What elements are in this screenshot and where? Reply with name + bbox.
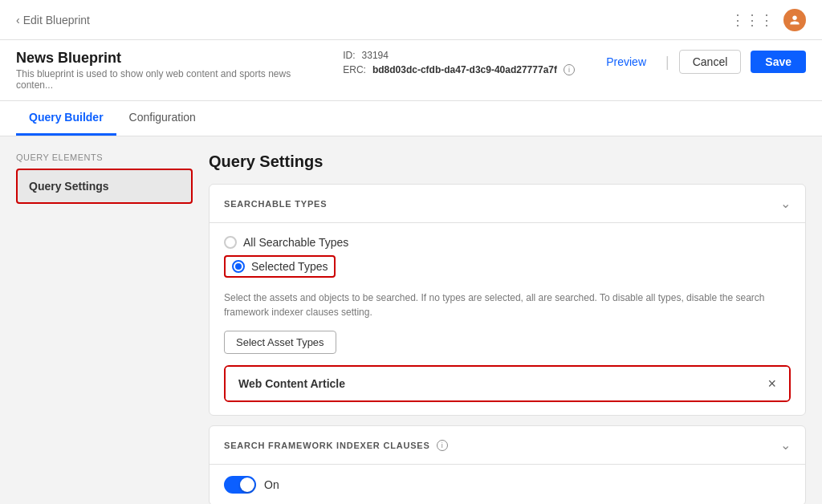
asset-tag-wrapper: Web Content Article × bbox=[224, 365, 791, 402]
grid-icon[interactable]: ⋮⋮⋮ bbox=[730, 11, 774, 29]
top-bar-left: ‹ Edit Blueprint bbox=[16, 14, 90, 26]
header-actions: Preview | Cancel Save bbox=[596, 50, 806, 74]
radio-selected-outer bbox=[232, 260, 245, 273]
main-content: Query Elements Query Settings Query Sett… bbox=[0, 136, 822, 504]
tab-bar: Query Builder Configuration bbox=[0, 101, 822, 136]
select-asset-types-button[interactable]: Select Asset Types bbox=[224, 331, 336, 354]
asset-tag: Web Content Article × bbox=[226, 367, 789, 400]
asset-tag-remove-button[interactable]: × bbox=[767, 376, 776, 391]
id-label: ID: bbox=[343, 50, 355, 61]
radio-all-searchable-types[interactable]: All Searchable Types bbox=[224, 236, 791, 249]
indexer-toggle-row: On bbox=[210, 465, 805, 504]
asset-tag-label: Web Content Article bbox=[238, 377, 345, 390]
erc-row: ERC: bd8d03dc-cfdb-da47-d3c9-40ad27777a7… bbox=[343, 64, 575, 75]
vertical-divider: | bbox=[665, 54, 669, 71]
searchable-types-hint: Select the assets and objects to be sear… bbox=[224, 291, 791, 319]
radio-selected-label: Selected Types bbox=[251, 260, 328, 273]
radio-selected-inner bbox=[235, 263, 242, 270]
indexer-toggle[interactable] bbox=[224, 476, 256, 494]
indexer-clauses-chevron: ⌄ bbox=[780, 437, 791, 453]
top-bar: ‹ Edit Blueprint ⋮⋮⋮ bbox=[0, 0, 822, 40]
indexer-clauses-header-left: SEARCH FRAMEWORK INDEXER CLAUSES i bbox=[224, 440, 448, 451]
indexer-clauses-title: SEARCH FRAMEWORK INDEXER CLAUSES bbox=[224, 441, 430, 450]
erc-value: bd8d03dc-cfdb-da47-d3c9-40ad27777a7f bbox=[372, 64, 557, 75]
erc-info-icon[interactable]: i bbox=[564, 64, 575, 75]
indexer-clauses-card: SEARCH FRAMEWORK INDEXER CLAUSES i ⌄ On bbox=[209, 425, 806, 504]
searchable-types-chevron: ⌄ bbox=[780, 196, 791, 211]
back-label: Edit Blueprint bbox=[23, 14, 90, 26]
tab-configuration[interactable]: Configuration bbox=[116, 101, 209, 136]
searchable-types-body: All Searchable Types Selected Types Sele… bbox=[210, 223, 805, 415]
sidebar-item-label: Query Settings bbox=[29, 180, 109, 193]
blueprint-subtitle: This blueprint is used to show only web … bbox=[16, 68, 321, 91]
tab-query-builder-label: Query Builder bbox=[29, 111, 104, 124]
toggle-on-label: On bbox=[264, 478, 279, 491]
searchable-types-title: SEARCHABLE TYPES bbox=[224, 199, 327, 209]
indexer-clauses-info-icon[interactable]: i bbox=[437, 440, 448, 451]
searchable-types-card: SEARCHABLE TYPES ⌄ All Searchable Types … bbox=[209, 184, 806, 416]
header-meta: ID: 33194 ERC: bd8d03dc-cfdb-da47-d3c9-4… bbox=[343, 50, 575, 75]
indexer-clauses-header[interactable]: SEARCH FRAMEWORK INDEXER CLAUSES i ⌄ bbox=[210, 426, 805, 465]
erc-label: ERC: bbox=[343, 64, 366, 75]
panel-title: Query Settings bbox=[209, 152, 806, 171]
sidebar-item-query-settings[interactable]: Query Settings bbox=[16, 169, 193, 204]
radio-selected-types-box[interactable]: Selected Types bbox=[224, 255, 336, 278]
header-section: News Blueprint This blueprint is used to… bbox=[0, 40, 822, 101]
top-bar-right: ⋮⋮⋮ bbox=[730, 9, 806, 31]
header-info: News Blueprint This blueprint is used to… bbox=[16, 50, 321, 91]
sidebar-section-label: Query Elements bbox=[16, 152, 193, 162]
radio-all-label: All Searchable Types bbox=[243, 236, 348, 249]
tab-query-builder[interactable]: Query Builder bbox=[16, 101, 116, 136]
right-panel: Query Settings SEARCHABLE TYPES ⌄ All Se… bbox=[209, 152, 806, 504]
preview-button[interactable]: Preview bbox=[596, 51, 656, 73]
save-button[interactable]: Save bbox=[751, 51, 806, 73]
id-row: ID: 33194 bbox=[343, 50, 575, 61]
toggle-knob bbox=[240, 478, 254, 492]
radio-all-outer bbox=[224, 236, 237, 249]
back-arrow-icon: ‹ bbox=[16, 14, 20, 26]
searchable-types-header[interactable]: SEARCHABLE TYPES ⌄ bbox=[210, 185, 805, 223]
sidebar: Query Elements Query Settings bbox=[16, 152, 193, 504]
tab-configuration-label: Configuration bbox=[129, 111, 196, 124]
user-avatar[interactable] bbox=[783, 9, 806, 31]
blueprint-title: News Blueprint bbox=[16, 50, 321, 67]
back-button[interactable]: ‹ Edit Blueprint bbox=[16, 14, 90, 26]
cancel-button[interactable]: Cancel bbox=[679, 50, 742, 74]
id-value: 33194 bbox=[362, 50, 389, 61]
